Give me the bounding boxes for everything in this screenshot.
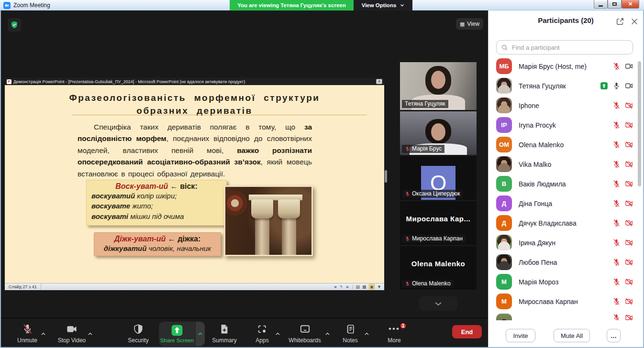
end-meeting-button[interactable]: End xyxy=(452,325,482,338)
view-options-button[interactable]: View Options xyxy=(354,0,412,11)
powerpoint-close-button[interactable]: ✕ xyxy=(376,79,382,84)
mic-muted-icon xyxy=(612,180,621,188)
camera-off-icon xyxy=(625,314,633,320)
more-button[interactable]: ••• More 1 xyxy=(379,322,410,346)
mic-muted-icon xyxy=(612,160,621,168)
more-options-button[interactable]: … xyxy=(607,329,621,342)
slide-sorter-icon[interactable]: ▦ xyxy=(362,284,366,289)
mic-muted-icon xyxy=(405,146,410,152)
scrollbar-thumb[interactable] xyxy=(638,61,641,186)
popout-icon[interactable] xyxy=(616,17,624,26)
participant-row[interactable]: Д Діна Гонца xyxy=(489,194,644,213)
example-box-voskuvatyi: Воск-уват-ий ← віск: воскуватий колір шк… xyxy=(86,180,227,226)
participant-row[interactable]: Любов Пена xyxy=(489,252,644,272)
minimize-button[interactable] xyxy=(594,0,608,9)
maximize-icon xyxy=(612,2,617,6)
reading-view-icon[interactable]: ▼ xyxy=(377,284,381,289)
powerpoint-statusbar: Слайд 27 з 41 ◄ ✎ ► | ▤ ▦ ▣ ▼ xyxy=(5,283,384,290)
participant-row[interactable] xyxy=(489,311,644,320)
notes-options-chevron[interactable] xyxy=(364,329,369,337)
more-videos-button[interactable] xyxy=(419,296,457,311)
video-options-chevron[interactable] xyxy=(88,329,93,337)
more-dots-icon: ••• xyxy=(389,324,400,334)
participant-row[interactable]: IP Iryna Procyk xyxy=(489,115,644,135)
camera-on-icon xyxy=(625,82,633,90)
participant-name: Olena Malenko xyxy=(519,141,612,149)
security-button[interactable]: Security xyxy=(122,322,155,346)
participant-row[interactable]: OM Olena Malenko xyxy=(489,135,644,154)
video-tile-myroslava[interactable]: Мирослава Кар... Мирослава Карпан xyxy=(400,201,477,245)
participant-name: Iphone xyxy=(519,102,612,109)
chevron-down-icon xyxy=(434,302,442,306)
unmute-options-chevron[interactable] xyxy=(41,329,46,337)
participant-name: Мирослава Карпан xyxy=(519,298,612,305)
participant-avatar xyxy=(496,235,512,250)
share-options-chevron[interactable] xyxy=(195,322,205,346)
participant-name: Iryna Procyk xyxy=(519,121,612,129)
mute-all-button[interactable]: Mute All xyxy=(554,329,590,342)
participant-avatar xyxy=(496,78,512,94)
search-icon xyxy=(501,44,508,51)
shared-screen-stage: ▦ View P Демонстрація PowerPoint - [Prez… xyxy=(1,11,488,318)
camera-off-icon xyxy=(625,101,633,109)
participants-panel: Participants (20) МБ Марія Брус (Host, m… xyxy=(488,11,643,347)
participant-avatar: МБ xyxy=(496,58,512,74)
participant-row[interactable]: Тетяна Гуцуляк xyxy=(489,76,644,96)
maximize-button[interactable] xyxy=(608,0,622,9)
share-screen-icon xyxy=(171,324,183,337)
participant-row[interactable]: МБ Марія Брус (Host, me) xyxy=(489,56,644,76)
whiteboards-button[interactable]: Whiteboards xyxy=(284,322,325,346)
mic-muted-icon xyxy=(612,121,621,129)
notes-button[interactable]: Notes xyxy=(335,322,366,346)
pen-tool-icon[interactable]: ✎ xyxy=(340,284,344,289)
stop-video-button[interactable]: Stop Video xyxy=(53,322,91,346)
video-tile-olena[interactable]: Olena Malenko Olena Malenko xyxy=(400,246,477,290)
meeting-security-shield-icon[interactable] xyxy=(8,18,21,32)
example-box-dizhkuvatyi: Діжк-уват-ий ← діжка: діжкуватий чоловік… xyxy=(94,232,221,256)
video-tile-oksana[interactable]: O Оксана Ципердюк xyxy=(400,156,477,200)
video-name-tag: Мирослава Карпан xyxy=(402,235,466,243)
slideshow-view-icon[interactable]: ▣ xyxy=(369,284,375,290)
mic-muted-icon xyxy=(612,62,621,70)
previous-slide-icon[interactable]: ◄ xyxy=(333,284,337,289)
participant-list: МБ Марія Брус (Host, me) Тетяна Гуцуляк xyxy=(489,56,644,320)
participant-row[interactable]: М Мирослава Карпан xyxy=(489,292,644,311)
video-name-tag: Olena Malenko xyxy=(402,280,454,288)
normal-view-icon[interactable]: ▤ xyxy=(356,284,360,289)
participant-avatar: В xyxy=(496,176,512,192)
participant-row[interactable]: Д Дячук Владислава xyxy=(489,213,644,233)
view-layout-button[interactable]: ▦ View xyxy=(456,18,483,30)
unmute-button[interactable]: Unmute xyxy=(11,322,44,346)
share-screen-button[interactable]: Share Screen xyxy=(159,322,205,346)
participant-row[interactable]: Ірина Дякун xyxy=(489,233,644,252)
apps-options-chevron[interactable] xyxy=(275,329,280,337)
participant-name: Ірина Дякун xyxy=(519,239,612,247)
search-input[interactable] xyxy=(511,44,628,52)
whiteboards-options-chevron[interactable] xyxy=(325,329,330,337)
participant-row[interactable]: Vika Malko xyxy=(489,154,644,174)
apps-icon xyxy=(257,324,267,335)
close-panel-icon[interactable] xyxy=(630,17,639,26)
powerpoint-app-icon: P xyxy=(7,79,11,84)
summary-doc-icon xyxy=(219,324,230,335)
minimize-icon xyxy=(599,5,603,7)
video-tile-tetyana[interactable]: Тетяна Гуцуляк xyxy=(400,62,477,110)
participant-search[interactable] xyxy=(496,40,633,54)
next-slide-icon[interactable]: ► xyxy=(345,284,350,289)
powerpoint-titlebar: P Демонстрація PowerPoint - [Prezentatsi… xyxy=(5,78,384,85)
video-tile-mariya-brus[interactable]: Марія Брус xyxy=(400,111,477,155)
invite-button[interactable]: Invite xyxy=(506,329,535,342)
close-button[interactable]: ✕ xyxy=(622,0,639,9)
apps-button[interactable]: Apps xyxy=(248,322,277,346)
participant-row[interactable]: М Марія Мороз xyxy=(489,272,644,292)
participant-avatar: IP xyxy=(496,117,512,133)
participant-row[interactable]: Iphone xyxy=(489,96,644,115)
participant-name: Vika Malko xyxy=(519,161,612,168)
participant-row[interactable]: В Ваків Людмила xyxy=(489,174,644,194)
summary-button[interactable]: Summary xyxy=(208,322,241,346)
window-titlebar: Zoom Meeting You are viewing Тетяна Гуцу… xyxy=(0,0,644,11)
participant-avatar xyxy=(496,98,512,113)
mic-muted-icon xyxy=(612,239,621,247)
scroll-indicator[interactable] xyxy=(385,170,387,183)
zoom-meeting-window: Zoom Meeting You are viewing Тетяна Гуцу… xyxy=(0,0,644,348)
